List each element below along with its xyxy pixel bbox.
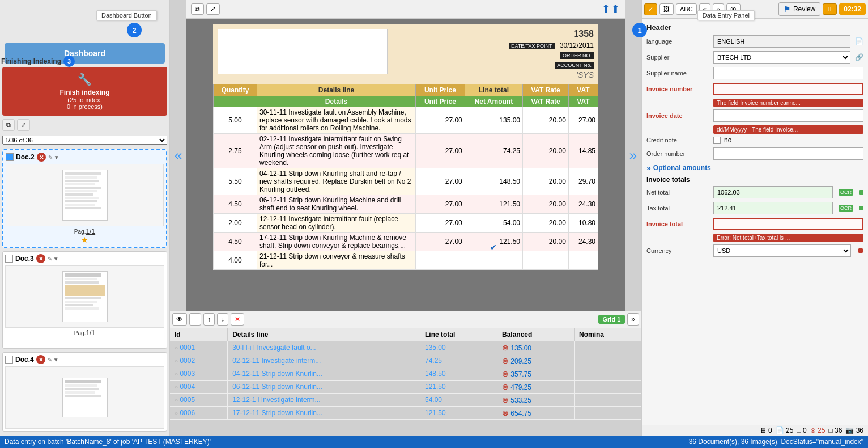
document-scroll-area[interactable]: 1358 DATE/TAX POINT 30/12/2011 ORDER NO.: [186, 19, 624, 311]
grid-row-6[interactable]: ○ 0006 17-12-11 Strip down Knurlin... 12…: [170, 407, 641, 420]
tax-total-input[interactable]: [713, 202, 833, 214]
grid-r3-bullet: ○ 0003: [170, 367, 228, 381]
doc-4-actions: ✎ ▼: [48, 357, 59, 363]
inv-row-1: 5.00 30-11-11 Investigate fault on Assem…: [214, 107, 598, 134]
doc-4-move-btn[interactable]: ▼: [53, 357, 59, 363]
doc-3-move-btn[interactable]: ▼: [53, 256, 59, 262]
invoice-date-input[interactable]: [713, 109, 863, 122]
doc-2-action-btn[interactable]: ✎: [48, 154, 53, 160]
inv-r6-details: 17-12-11 Strip down Knurling Machine & r…: [257, 233, 416, 251]
doc-2-preview: [62, 170, 108, 221]
inv-r7-qty: 4.00: [214, 251, 257, 270]
order-number-input[interactable]: [713, 147, 863, 160]
finishing-indexing-section: Finishing Indexing 3: [1, 56, 75, 67]
inv-r6-qty: 4.50: [214, 233, 257, 251]
stamp-area: 'SYS: [509, 70, 594, 79]
inv-r7-vat-rate: [523, 251, 569, 270]
expand-view-btn[interactable]: ⤢: [206, 3, 220, 15]
doc-3-preview: [62, 271, 108, 322]
next-doc-arrow[interactable]: »: [627, 147, 639, 163]
document-view-area: « ⧉ ⤢ ⬆⬆: [170, 0, 641, 311]
credit-note-checkbox[interactable]: [713, 137, 721, 144]
restore-view-btn[interactable]: ⧉: [191, 3, 204, 15]
icon-screen: 🖥 0: [760, 426, 772, 434]
doc-2-move-btn[interactable]: ▼: [54, 154, 59, 160]
review-button[interactable]: ⚑ Review: [778, 2, 820, 16]
doc-nav-select[interactable]: 1/36 of 36: [2, 136, 167, 145]
main-area: Finishing Indexing 3 Dashboard 🔧 Finish …: [0, 0, 868, 436]
expand-icon-btn[interactable]: ⤢: [17, 119, 30, 131]
grid-scroll[interactable]: Id Details line Line total Balanced Nomi…: [170, 328, 641, 433]
optional-amounts-section[interactable]: Optional amounts: [646, 163, 863, 172]
grid-r2-nomina: [575, 354, 641, 367]
grid-r3-details: 04-12-11 Strip down Knurlin...: [228, 367, 420, 381]
doc-3-thumbnail: [5, 265, 164, 328]
icon-doc-count: □ 36: [828, 426, 842, 434]
grid-r3-nomina: [575, 367, 641, 381]
doc-4-action-btn[interactable]: ✎: [48, 357, 52, 363]
doc-item-2[interactable]: Doc.2 ✕ ✎ ▼: [2, 149, 167, 248]
up-arrow[interactable]: ⬆⬆: [601, 2, 620, 16]
inv-r6-unit: 27.00: [416, 233, 465, 251]
status-right-text: 36 Document(s), 36 Image(s), DocStatus="…: [689, 438, 863, 446]
pause-btn[interactable]: ⏸: [823, 3, 837, 15]
doc-2-page-label: Pag.1/1: [6, 227, 164, 235]
finish-indexing-button[interactable]: 🔧 Finish indexing (25 to index, 0 in pro…: [2, 67, 167, 116]
grid-next-btn[interactable]: »: [627, 313, 639, 326]
prev-doc-arrow[interactable]: «: [172, 147, 184, 163]
grid-r2-balanced: ⊗ 209.25: [497, 354, 574, 367]
grid-eye-btn[interactable]: 👁: [172, 313, 187, 326]
net-total-input[interactable]: [713, 186, 833, 198]
language-page-btn[interactable]: 📄: [855, 37, 863, 45]
grid-label: Grid 1: [598, 315, 626, 324]
doc-2-checkbox[interactable]: [6, 153, 14, 161]
grid-row-2[interactable]: ○ 0002 02-12-11 Investigate interm... 74…: [170, 354, 641, 367]
credit-note-label: Credit note: [646, 137, 709, 143]
supplier-name-input[interactable]: [713, 67, 863, 79]
doc-3-action-btn[interactable]: ✎: [48, 256, 52, 262]
finish-indexing-icon: 🔧: [8, 73, 161, 86]
grid-delete-btn[interactable]: ✕: [231, 313, 244, 326]
supplier-select[interactable]: BTECH LTD: [713, 51, 850, 64]
language-input[interactable]: [713, 35, 850, 48]
doc-4-thumbnail: [5, 366, 164, 429]
grid-r4-details: 06-12-11 Strip down Knurlin...: [228, 381, 420, 394]
grid-row-4[interactable]: ○ 0004 06-12-11 Strip down Knurlin... 12…: [170, 381, 641, 394]
restore-icon-btn[interactable]: ⧉: [2, 119, 15, 131]
inv-r2-details: 02-12-11 Investigate intermittant fault …: [257, 134, 416, 168]
grid-row-1[interactable]: ○ 0001 30-l I-i I Investigate fault o...…: [170, 341, 641, 354]
finish-indexing-text: Finish indexing: [8, 88, 161, 96]
sub-qty: [214, 96, 257, 107]
right-tb-abc-btn[interactable]: ABC: [676, 3, 697, 15]
invoice-number-input[interactable]: [713, 83, 863, 95]
currency-select[interactable]: USD: [713, 244, 851, 257]
grid-row-3[interactable]: ○ 0003 04-12-11 Strip down Knurlin... 14…: [170, 367, 641, 381]
doc-item-4[interactable]: Doc.4 ✕ ✎ ▼: [2, 352, 167, 432]
doc-4-id: Doc.4: [15, 356, 34, 364]
doc-4-checkbox[interactable]: [5, 356, 13, 364]
doc-2-id: Doc.2: [16, 153, 35, 161]
supplier-link-btn[interactable]: 🔗: [855, 53, 863, 61]
invoice-header-row: 1358 DATE/TAX POINT 30/12/2011 ORDER NO.: [218, 29, 594, 79]
invoice-total-input[interactable]: [713, 218, 863, 230]
invoice-subheader: Details Unit Price Net Amount VAT Rate V…: [214, 96, 598, 107]
currency-error-indicator: [858, 248, 863, 253]
doc-item-3[interactable]: Doc.3 ✕ ✎ ▼: [2, 251, 167, 349]
right-tb-image-btn[interactable]: 🖼: [659, 3, 674, 15]
inv-r3-qty: 5.50: [214, 168, 257, 195]
grid-down-btn[interactable]: ↓: [217, 313, 228, 326]
inv-r4-qty: 4.50: [214, 195, 257, 214]
grid-r4-bullet: ○ 0004: [170, 381, 228, 394]
right-tb-check-btn[interactable]: ✓: [644, 3, 657, 15]
doc-2-error-badge: ✕: [37, 153, 46, 162]
account-no-label: ACCOUNT No.: [555, 62, 594, 69]
grid-up-btn[interactable]: ↑: [203, 313, 215, 326]
grid-add-btn[interactable]: +: [189, 313, 201, 326]
prev-doc-area: «: [170, 0, 186, 311]
doc-list: Doc.2 ✕ ✎ ▼: [0, 147, 169, 436]
doc-3-checkbox[interactable]: [5, 255, 13, 263]
doc-view-buttons: ⧉ ⤢: [191, 3, 220, 15]
grid-row-5[interactable]: ○ 0005 12-12-1 l Investigate interm... 5…: [170, 394, 641, 407]
doc-3-actions: ✎ ▼: [48, 256, 59, 262]
doc-top-nav: ⧉ ⤢ ⬆⬆: [186, 0, 624, 19]
